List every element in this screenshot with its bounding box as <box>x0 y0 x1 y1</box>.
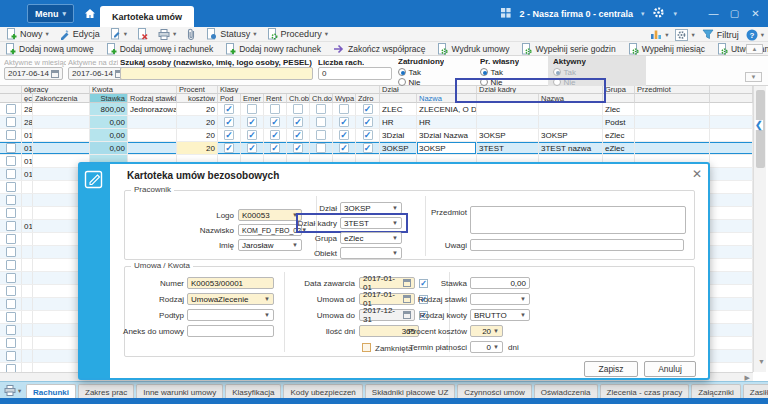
group-header-4[interactable]: Dział <box>380 86 477 94</box>
procedures-button[interactable]: Procedury▾ <box>267 28 328 40</box>
cell-c2[interactable]: ✓ <box>264 129 287 141</box>
cell-c6[interactable]: ✓ <box>356 129 380 141</box>
cell-c0[interactable]: ✓ <box>218 103 241 115</box>
column-header-18[interactable] <box>635 94 710 103</box>
cell-c6[interactable]: ✓ <box>356 116 380 128</box>
column-header-15[interactable] <box>477 94 539 103</box>
podtyp-field[interactable]: ▼ <box>187 309 274 321</box>
grid-icon[interactable] <box>501 8 511 20</box>
row-checkbox[interactable] <box>0 272 22 284</box>
cell-c3[interactable] <box>287 103 310 115</box>
bottom-tab-składniki-płacowe-uz[interactable]: Składniki płacowe UZ <box>365 384 455 399</box>
help-button[interactable]: ?▾ <box>746 29 764 41</box>
row-checkbox[interactable] <box>0 129 22 141</box>
cell-c6[interactable]: ✓ <box>356 142 380 154</box>
active-on-day-date[interactable]: 2017-06-14 <box>68 67 127 80</box>
chart-view-button[interactable]: ▾ <box>650 29 668 40</box>
print-button[interactable]: ▾ <box>158 29 176 40</box>
table-row[interactable]: 280,0020✓✓✓✓✓✓HRHRPodst <box>0 116 753 129</box>
column-header-kosztów[interactable]: kosztów <box>177 94 218 103</box>
row-checkbox[interactable] <box>0 259 22 271</box>
cell-c4[interactable] <box>310 142 333 154</box>
menu-button[interactable]: Menu▾ <box>27 4 74 23</box>
bottom-tab-zlecenia-czas-pracy[interactable]: Zlecenia - czas pracy <box>600 384 690 399</box>
cell-c1[interactable]: ✓ <box>241 129 264 141</box>
column-header-13[interactable] <box>380 94 417 103</box>
grupa-field[interactable]: eZlec▼ <box>340 232 402 244</box>
group-header-0[interactable]: ółpracy <box>22 86 90 94</box>
row-checkbox[interactable] <box>0 220 22 232</box>
bottom-tab-czynności-umów[interactable]: Czynności umów <box>457 384 531 399</box>
toolbar2-button-wypełnij-serie-godzin[interactable]: Wypełnij serie godzin <box>521 43 615 55</box>
active-in-month-date[interactable]: 2017-06-14 <box>4 67 63 80</box>
bottom-tab-inne-warunki-umowy[interactable]: Inne warunki umowy <box>136 384 223 399</box>
column-header-0[interactable] <box>0 94 22 103</box>
cell-c6[interactable]: ✓ <box>356 103 380 115</box>
cell-c0[interactable]: ✓ <box>218 142 241 154</box>
dzial-kadry-field[interactable]: 3TEST▼ <box>340 217 402 229</box>
cell-c0[interactable]: ✓ <box>218 129 241 141</box>
home-icon[interactable] <box>84 8 96 21</box>
column-header-Ch.ob[interactable]: Ch.ob <box>287 94 310 103</box>
tabbar-print-button[interactable]: ▾ <box>4 385 21 396</box>
table-row[interactable]: 28800,00Jednorazowa20✓✓ZLECZLECENIA, O D… <box>0 103 753 116</box>
maximize-button[interactable]: ▢ <box>728 8 741 19</box>
przedmiot-textarea[interactable] <box>470 206 686 234</box>
filter-button[interactable]: Filtruj <box>702 29 739 40</box>
rodzaj-field[interactable]: UmowaZlecenie▼ <box>187 293 274 305</box>
cell-c1[interactable]: ✓ <box>241 116 264 128</box>
gear-icon[interactable] <box>652 6 665 21</box>
toolbar2-button-wypełnij-miesiąc[interactable]: Wypełnij miesiąc <box>628 43 705 55</box>
row-checkbox[interactable] <box>0 324 22 336</box>
cell-c4[interactable] <box>310 116 333 128</box>
termin-platnosci-field[interactable]: 0▼ <box>470 341 503 353</box>
row-checkbox[interactable] <box>0 103 22 115</box>
rodzaj-kwoty-field[interactable]: BRUTTO▼ <box>470 309 530 321</box>
cell-c3[interactable]: ✓ <box>287 129 310 141</box>
cell-c4[interactable] <box>310 103 333 115</box>
group-header-7[interactable]: Przedmiot <box>635 86 710 94</box>
row-checkbox[interactable] <box>0 142 22 154</box>
duplicate-button[interactable]: ▾ <box>110 28 127 40</box>
account-count-input[interactable]: 0 <box>318 67 392 80</box>
cell-c5[interactable]: ✓ <box>333 142 356 154</box>
statuses-button[interactable]: Statusy▾ <box>206 28 256 40</box>
edit-button[interactable]: Edycja <box>59 29 100 40</box>
table-row[interactable]: 010,0020✓✓✓✓✓✓3OKSP3OKSP3TEST3TEST nazwa… <box>0 142 753 155</box>
search-person-input[interactable] <box>120 67 313 80</box>
dialog-close-icon[interactable]: ✕ <box>690 167 704 181</box>
column-header-Stawka[interactable]: Stawka <box>90 94 128 103</box>
cancel-button[interactable]: Anuluj <box>644 361 696 377</box>
column-header-Pod[interactable]: Pod <box>218 94 241 103</box>
column-header-Wypa[interactable]: Wypa <box>333 94 356 103</box>
collapse-filter-button[interactable]: ▼ <box>745 72 762 82</box>
procent-kosztow-field[interactable]: 20▼ <box>470 325 503 337</box>
cell-c3[interactable]: ✓ <box>287 142 310 154</box>
column-header-Rodzaj stawki[interactable]: Rodzaj stawki <box>128 94 177 103</box>
row-checkbox[interactable] <box>0 363 22 372</box>
save-button[interactable]: Zapisz <box>584 361 638 377</box>
rodzaj-stawki-field[interactable]: ▼ <box>470 293 530 305</box>
cell-c5[interactable]: ✓ <box>333 116 356 128</box>
dzial-field[interactable]: 3OKSP▼ <box>340 202 402 214</box>
row-checkbox[interactable] <box>0 116 22 128</box>
toolbar2-button-zakończ-współpracę[interactable]: Zakończ współpracę <box>333 44 425 54</box>
row-checkbox[interactable] <box>0 181 22 193</box>
bottom-tab-załączniki[interactable]: Załączniki <box>691 384 741 399</box>
row-checkbox[interactable] <box>0 285 22 297</box>
table-row[interactable]: 010,0020✓✓✓✓✓✓3Dzial3Dzial Nazwa3OKSP3OK… <box>0 129 753 142</box>
column-header-Zakończenia[interactable]: Zakończenia <box>33 94 90 103</box>
toolbar2-button-dodaj-nową-umowę[interactable]: Dodaj nową umowę <box>5 43 94 55</box>
scroll-down-icon[interactable]: ▼ <box>758 358 765 365</box>
employed-yes-radio[interactable]: Tak <box>398 67 421 77</box>
settings-button[interactable]: ▾ <box>675 29 694 41</box>
column-header-Zdro[interactable]: Zdro <box>356 94 380 103</box>
column-header-Emer[interactable]: Emer <box>241 94 264 103</box>
new-button[interactable]: Nowy▾ <box>6 28 49 40</box>
cell-c1[interactable] <box>241 103 264 115</box>
bottom-tab-zasiłki[interactable]: Zasiłki <box>743 384 768 399</box>
group-header-2[interactable]: Procent <box>177 86 218 94</box>
bottom-tab-klasyfikacja[interactable]: Klasyfikacja <box>225 384 281 399</box>
group-header-6[interactable]: Grupa <box>603 86 635 94</box>
column-header-ęcia[interactable]: ęcia <box>22 94 33 103</box>
